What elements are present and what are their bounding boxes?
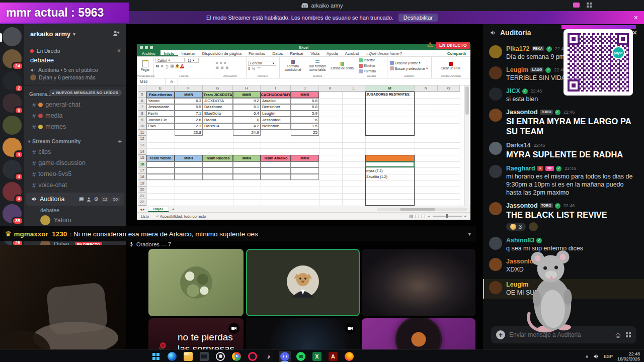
ribbon-tab-Insertar[interactable]: Insertar: [178, 50, 199, 56]
spreadsheet-cell-I10[interactable]: Nelftarion: [261, 123, 291, 130]
taskbar-icon-tiktok[interactable]: ♪: [263, 351, 275, 362]
italic-button[interactable]: K: [160, 64, 164, 68]
participant-video-tile[interactable]: [362, 249, 475, 316]
column-header-J[interactable]: J: [291, 85, 319, 92]
unread-messages-pill[interactable]: ▴ NUEVOS MENSAJES NO LEÍDOS: [49, 89, 122, 96]
server-header[interactable]: arkaiko army ▾: [24, 24, 126, 44]
align-top-icons[interactable]: ≡ ≡ ≡: [216, 61, 229, 65]
emote-icon[interactable]: [529, 222, 538, 231]
horizontal-scrollbar[interactable]: [377, 208, 467, 211]
ribbon-tab-Datos[interactable]: Datos: [269, 50, 286, 56]
chat-username[interactable]: Leugim: [506, 66, 528, 73]
category-general[interactable]: Genera... ▴ NUEVOS MENSAJES NO LEÍDOS: [24, 89, 126, 99]
spreadsheet-cell-H7[interactable]: 5.1: [233, 104, 261, 111]
spreadsheet-cell-F9[interactable]: 2.6: [175, 117, 203, 123]
taskbar-icon-file-explorer[interactable]: [182, 351, 194, 362]
font-color-button[interactable]: A: [180, 64, 184, 68]
chat-bubble-icon[interactable]: [78, 197, 84, 202]
spreadsheet-cell-I15[interactable]: Team Arkaiko: [261, 155, 291, 161]
conditional-format-button[interactable]: Formato condicional: [281, 58, 304, 73]
ribbon-tab-Inicio[interactable]: Inicio: [160, 50, 178, 56]
chevron-down-icon[interactable]: ▾: [468, 231, 471, 237]
column-header-O[interactable]: O: [438, 85, 460, 92]
spreadsheet-cell-H11[interactable]: 24.9: [233, 130, 261, 136]
row-header-17[interactable]: 17: [138, 167, 146, 174]
row-header-15[interactable]: 15: [138, 155, 146, 161]
spreadsheet-cell-J15[interactable]: MMR: [291, 155, 319, 161]
spreadsheet-cell[interactable]: [146, 167, 175, 174]
close-icon[interactable]: ×: [634, 14, 638, 21]
channel-item-memes[interactable]: #memes: [24, 121, 126, 132]
spreadsheet-cell[interactable]: [175, 174, 203, 180]
category-stream-community[interactable]: ▾ Stream Community +: [24, 136, 126, 146]
row-header-14[interactable]: 14: [138, 148, 146, 155]
fill-color-button[interactable]: ◆: [175, 64, 179, 68]
row-header-18[interactable]: 18: [138, 174, 146, 180]
spreadsheet-cell-J11[interactable]: 25: [291, 130, 319, 136]
camera-icon[interactable]: [345, 323, 356, 334]
spreadsheet-cell-G9[interactable]: Radha: [203, 117, 233, 123]
ribbon-tab-Acrobat[interactable]: Acrobat: [342, 50, 363, 56]
row-header-16[interactable]: 16: [138, 161, 146, 168]
channel-item-general-chat[interactable]: #general-chat: [24, 99, 126, 110]
spreadsheet-cell[interactable]: [261, 161, 291, 168]
bold-button[interactable]: N: [155, 64, 159, 68]
spreadsheet-cell-F7[interactable]: 5.5: [175, 104, 203, 111]
taskbar-icon-opera-gx[interactable]: [247, 351, 259, 362]
voice-user-Yatoro[interactable]: Yatoro: [24, 214, 126, 226]
server-icon[interactable]: 35: [0, 204, 24, 226]
spreadsheet-cell-H15[interactable]: MMR: [233, 155, 261, 161]
chat-username[interactable]: JICX: [506, 87, 520, 95]
ribbon-tab-Archivo[interactable]: Archivo: [137, 50, 160, 56]
spreadsheet-cell-I7[interactable]: Bensinner: [261, 104, 291, 111]
chat-username[interactable]: Raeghard: [506, 165, 535, 172]
spreadsheet-cell-E15[interactable]: Team Yatoro: [146, 155, 175, 161]
spreadsheet-cell-H9[interactable]: 0: [233, 117, 261, 123]
invite-people-icon[interactable]: [113, 30, 120, 38]
sort-filter-button[interactable]: Ordenar y filtrar▾: [389, 60, 429, 65]
font-name-dropdown[interactable]: Calibri▾: [155, 58, 185, 63]
server-icon[interactable]: 24: [0, 49, 24, 71]
server-icon[interactable]: 4: [0, 160, 24, 182]
taskbar-icon-system[interactable]: [198, 351, 210, 362]
spreadsheet-cell[interactable]: [146, 161, 175, 168]
spreadsheet-cell-F15[interactable]: MMR: [175, 155, 203, 161]
person-icon[interactable]: [86, 197, 92, 202]
spreadsheet-cell-J9[interactable]: 6: [291, 117, 319, 123]
server-icon[interactable]: [0, 116, 24, 138]
format-cells-button[interactable]: Formato: [358, 69, 377, 74]
server-icon[interactable]: 4: [0, 182, 24, 204]
spreadsheet-cell-E6[interactable]: Yatoro: [146, 98, 175, 105]
spreadsheet-cell-G8[interactable]: BlueDota: [203, 111, 233, 117]
row-header-9[interactable]: 9: [138, 117, 146, 123]
spreadsheet-cell-J6[interactable]: 5.8: [291, 98, 319, 105]
format-as-table-button[interactable]: Dar formato como tabla: [306, 58, 329, 73]
chat-username[interactable]: Ashino83: [506, 237, 534, 244]
voice-channel-auditoria[interactable]: Auditoria ⚙ 12 50: [26, 193, 124, 206]
spreadsheet-cell-F8[interactable]: 7.1: [175, 111, 203, 117]
row-header-22[interactable]: 22: [138, 199, 146, 206]
server-icon[interactable]: 6: [0, 94, 24, 116]
spreadsheet-cell[interactable]: [233, 167, 261, 174]
column-header-H[interactable]: H: [233, 85, 261, 92]
number-format-dropdown[interactable]: General▾: [248, 61, 276, 66]
row-header-5[interactable]: 5: [138, 92, 146, 98]
channel-item-torneo-5vs5[interactable]: #torneo-5vs5: [24, 168, 126, 179]
spreadsheet-cell-F5[interactable]: MMR: [175, 92, 203, 98]
column-header-K[interactable]: K: [319, 85, 342, 92]
close-icon[interactable]: ×: [117, 47, 121, 54]
underline-button[interactable]: S: [165, 64, 169, 68]
spreadsheet-cell-J10[interactable]: 1.5: [291, 123, 319, 130]
row-header-11[interactable]: 11: [138, 130, 146, 136]
participant-video-tile-speaking[interactable]: [246, 249, 360, 316]
emoji-icon[interactable]: ☺: [614, 331, 622, 339]
sheet-tab[interactable]: Hoja1: [148, 207, 169, 212]
chat-username[interactable]: Jassontod: [506, 109, 538, 116]
gear-icon[interactable]: ⚙: [94, 196, 99, 203]
spreadsheet-grid[interactable]: EFGHIJKLMNO56789101112131415161718192021…: [138, 85, 461, 206]
chat-username[interactable]: Darks14: [506, 142, 531, 149]
insert-cells-button[interactable]: Insertar: [358, 58, 377, 63]
channel-item-clips[interactable]: #clips: [24, 146, 126, 157]
tray-chevron-icon[interactable]: ∧: [585, 354, 589, 359]
sheet-nav-icons[interactable]: ◂ ▸: [140, 207, 145, 212]
